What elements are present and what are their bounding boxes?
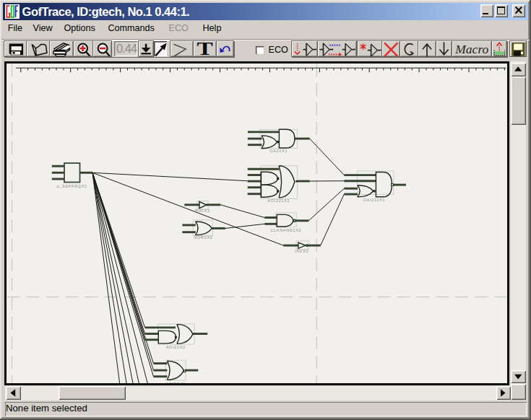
svg-text:p_SDFFRQX2: p_SDFFRQX2 xyxy=(57,184,87,188)
svg-text:OA21X1: OA21X1 xyxy=(269,149,288,153)
svg-text:INVX2: INVX2 xyxy=(295,249,308,253)
svg-text:AOI221X1: AOI221X1 xyxy=(267,198,290,203)
svg-text:BUFX2: BUFX2 xyxy=(195,209,210,213)
svg-text:CLKNAND2X2: CLKNAND2X2 xyxy=(270,228,301,232)
svg-text:AOI31X2: AOI31X2 xyxy=(165,382,185,383)
svg-text:NOR2X2: NOR2X2 xyxy=(194,235,212,240)
svg-text:AOI21X2: AOI21X2 xyxy=(166,345,186,349)
svg-text:OAI211X1: OAI211X1 xyxy=(363,198,385,202)
